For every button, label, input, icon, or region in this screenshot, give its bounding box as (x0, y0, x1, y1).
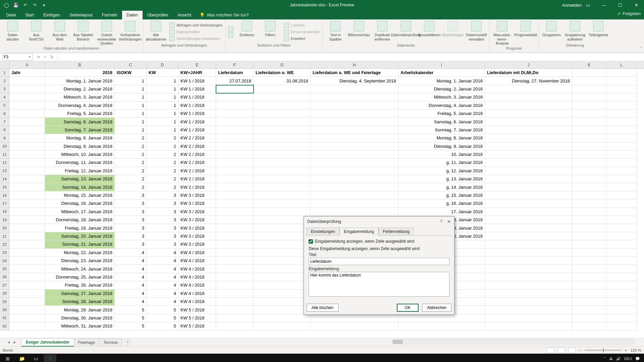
cell[interactable] (311, 85, 398, 93)
cell[interactable]: Montag, 22. Januar 2018 (45, 249, 115, 257)
cell[interactable] (9, 93, 45, 101)
cell[interactable] (254, 224, 311, 232)
cell[interactable] (572, 150, 606, 159)
cell[interactable] (311, 183, 398, 191)
cell[interactable]: g, 11. Januar 2018 (398, 159, 485, 167)
cell[interactable]: KW 4 / 2018 (178, 298, 216, 306)
cell[interactable]: Mittwoch, 10. Januar 2018 (45, 150, 115, 159)
row-header[interactable]: 7 (0, 118, 9, 126)
cmd-was-waere-wenn[interactable]: Was-wäre-wenn-Analyse (492, 21, 512, 46)
cell[interactable]: KW 1 / 2018 (178, 102, 216, 110)
col-header[interactable]: A (9, 61, 45, 68)
cell[interactable] (254, 126, 311, 134)
cell[interactable]: 3 (115, 216, 147, 224)
cell[interactable]: 2 (115, 159, 147, 167)
cell[interactable]: 5 (115, 306, 147, 314)
cell[interactable] (606, 232, 637, 240)
col-header[interactable]: C (115, 61, 147, 68)
cell[interactable]: 2 (147, 175, 178, 183)
cell[interactable]: Montag, 29. Januar 2018 (45, 306, 115, 314)
excel-taskbar-icon[interactable]: X (44, 354, 56, 362)
cell[interactable]: 10. Januar 2018 (398, 150, 485, 159)
cell[interactable]: Freitag, 5. Januar 2018 (45, 110, 115, 118)
cell[interactable]: 17. Januar 2018 (398, 208, 485, 216)
cell[interactable] (216, 281, 254, 289)
normal-view-icon[interactable] (547, 348, 554, 353)
cell[interactable] (572, 126, 606, 134)
cell[interactable] (216, 322, 254, 330)
cell[interactable]: 5 (147, 306, 178, 314)
cell[interactable] (485, 199, 572, 207)
row-header[interactable]: 32 (0, 322, 9, 330)
col-header[interactable]: J (485, 61, 572, 68)
cell[interactable] (398, 322, 485, 330)
cell[interactable]: 4 (147, 290, 178, 298)
zoom-level[interactable]: 120 % (630, 348, 641, 352)
cell[interactable] (485, 159, 572, 167)
col-header[interactable]: I (398, 61, 485, 68)
cell[interactable]: 4 (115, 273, 147, 281)
cell[interactable]: Freitag, 5. Januar 2018 (398, 110, 485, 118)
cell[interactable] (216, 199, 254, 207)
col-header[interactable]: E (178, 61, 216, 68)
cell[interactable] (216, 306, 254, 314)
start-menu-icon[interactable]: ⊞ (1, 354, 14, 362)
sheet-tab-termine[interactable]: Termine (99, 339, 122, 346)
cell[interactable]: KW 5 / 2018 (178, 314, 216, 322)
row-header[interactable]: 18 (0, 208, 9, 216)
cell[interactable]: Samstag, 6. Januar 2018 (45, 118, 115, 126)
share-button[interactable]: ↗ Freigeben (617, 11, 641, 16)
cell[interactable] (572, 175, 606, 183)
cell[interactable]: Dienstag, 23. Januar 2018 (45, 257, 115, 265)
show-input-message-checkbox[interactable] (309, 239, 313, 244)
tab-datei[interactable]: Datei (1, 11, 20, 19)
cell[interactable]: Donnerstag, 25. Januar 2018 (45, 273, 115, 281)
cell[interactable] (216, 257, 254, 265)
cell[interactable]: Donnerstag, 11. Januar 2018 (45, 159, 115, 167)
row-header[interactable]: 22 (0, 240, 9, 248)
dialog-tab-fehlermeldung[interactable]: Fehlermeldung (378, 228, 414, 236)
cell[interactable]: 5 (147, 322, 178, 330)
cell[interactable] (9, 167, 45, 175)
row-header[interactable]: 13 (0, 167, 9, 175)
cell[interactable]: 3 (115, 199, 147, 207)
cell[interactable]: 3 (147, 199, 178, 207)
cell[interactable] (254, 306, 311, 314)
cell[interactable] (216, 314, 254, 322)
cell[interactable] (606, 183, 637, 191)
cell[interactable] (9, 159, 45, 167)
row-header[interactable]: 4 (0, 93, 9, 101)
row-header[interactable]: 19 (0, 216, 9, 224)
cell[interactable] (572, 142, 606, 150)
cell[interactable] (9, 298, 45, 306)
cell[interactable] (485, 306, 572, 314)
cell[interactable] (606, 150, 637, 159)
cell[interactable] (311, 322, 398, 330)
cell[interactable]: Donnerstag, 18. Januar 2018 (45, 216, 115, 224)
cell[interactable] (606, 273, 637, 281)
cell[interactable]: 4 (115, 249, 147, 257)
col-header[interactable]: L (606, 61, 637, 68)
cell[interactable]: KW 4 / 2018 (178, 273, 216, 281)
cell[interactable]: Samstag, 27. Januar 2018 (45, 290, 115, 298)
cell[interactable] (485, 134, 572, 142)
row-header[interactable]: 28 (0, 290, 9, 298)
sheet-nav-next-icon[interactable]: ► (13, 340, 17, 345)
row-header[interactable]: 24 (0, 257, 9, 265)
tray-sound-icon[interactable]: 🔊 (616, 357, 621, 361)
cell[interactable]: 2 (147, 183, 178, 191)
cell[interactable] (485, 167, 572, 175)
cell[interactable] (9, 216, 45, 224)
cell[interactable] (216, 298, 254, 306)
cell[interactable]: 2 (147, 159, 178, 167)
tab-formeln[interactable]: Formeln (97, 11, 122, 19)
cell[interactable]: 1 (115, 85, 147, 93)
cell[interactable] (606, 281, 637, 289)
cell[interactable] (9, 191, 45, 199)
cell[interactable] (254, 110, 311, 118)
cmd-konsolidieren[interactable]: Konsolidieren (419, 21, 439, 43)
cell[interactable] (572, 77, 606, 85)
cell[interactable]: 4 (147, 298, 178, 306)
dialog-tab-eingabemeldung[interactable]: Eingabemeldung (339, 228, 378, 236)
cell[interactable]: Sonntag, 14. Januar 2018 (45, 183, 115, 191)
